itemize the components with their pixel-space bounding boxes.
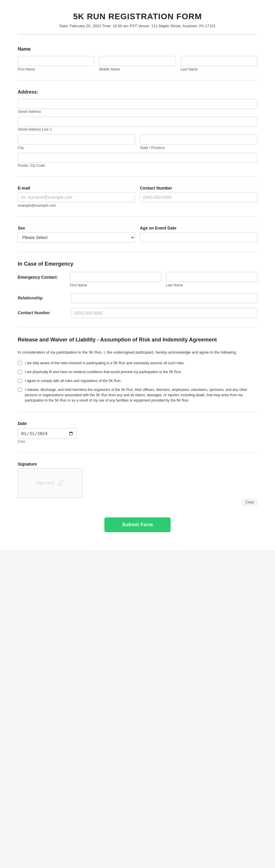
- emergency-section: In Case of Emergency Emergency Contact: …: [18, 261, 257, 318]
- name-section-title: Name: [18, 46, 257, 52]
- signature-label: Signature: [18, 462, 257, 466]
- waiver-label-4: I release, discharge, and hold harmless …: [25, 387, 257, 403]
- relationship-row: Relationship: [18, 293, 257, 303]
- date-section: Date Date: [18, 421, 257, 444]
- age-group: Age on Event Date: [140, 226, 257, 243]
- last-name-group: Last Name: [181, 56, 257, 71]
- last-name-input[interactable]: [181, 56, 257, 66]
- contact-input[interactable]: [140, 192, 257, 202]
- relationship-label: Relationship: [18, 293, 68, 300]
- waiver-item-2: I am physically fit and have no medical …: [18, 369, 257, 375]
- divider-2: [18, 177, 257, 177]
- city-state-row: City State / Province: [18, 134, 257, 150]
- date-input-wrapper: [18, 428, 77, 439]
- emergency-firstname-group: First Name: [70, 272, 161, 287]
- emergency-name-fields: First Name Last Name: [70, 272, 257, 287]
- state-input[interactable]: [140, 134, 257, 145]
- divider-7: [18, 453, 257, 453]
- relationship-input[interactable]: [71, 293, 257, 303]
- waiver-item-4: I release, discharge, and hold harmless …: [18, 387, 257, 403]
- waiver-item-1: I am fully aware of the risks involved i…: [18, 361, 257, 366]
- email-label: E-mail: [18, 186, 135, 190]
- state-group: State / Province: [140, 134, 257, 150]
- name-fields-row: First Name Middle Name Last Name: [18, 56, 257, 71]
- emergency-lastname-group: Last Name: [166, 272, 257, 287]
- street-address2-input[interactable]: [18, 117, 257, 127]
- email-input[interactable]: [18, 192, 135, 202]
- street-address2-group: Street Address Line 2: [18, 117, 257, 131]
- middle-name-label: Middle Name: [99, 67, 176, 71]
- waiver-label-1: I am fully aware of the risks involved i…: [25, 361, 185, 366]
- street-label: Street Address: [18, 110, 41, 114]
- waiver-intro: In consideration of my participation in …: [18, 349, 257, 356]
- email-contact-section: E-mail example@example.com Contact Numbe…: [18, 186, 257, 208]
- street-address-group: Street Address: [18, 99, 257, 114]
- first-name-group: First Name: [18, 56, 94, 71]
- address-section-title: Address:: [18, 89, 257, 95]
- contact-label: Contact Number: [140, 186, 257, 190]
- date-sub-label: Date: [18, 439, 25, 444]
- city-label: City: [18, 146, 135, 150]
- submit-button[interactable]: Submit Form: [104, 517, 171, 532]
- zip-label: Postal / Zip Code: [18, 163, 45, 167]
- email-group: E-mail example@example.com: [18, 186, 135, 208]
- age-input[interactable]: [140, 232, 257, 242]
- waiver-title: Release and Waiver of Liability - Assump…: [18, 336, 257, 344]
- waiver-item-3: I agree to comply with all rules and reg…: [18, 378, 257, 383]
- sex-age-section: Sex Please Select Male Female Non-binary…: [18, 226, 257, 243]
- form-header: 5K RUN REGISTRATION FORM Date: February …: [18, 12, 257, 35]
- waiver-checkbox-2[interactable]: [18, 370, 22, 374]
- form-wrapper: 5K RUN REGISTRATION FORM Date: February …: [0, 0, 275, 550]
- divider-1: [18, 80, 257, 81]
- clear-button-wrapper: Clear: [192, 499, 257, 505]
- divider-5: [18, 327, 257, 327]
- emergency-lastname-label: Last Name: [166, 283, 257, 287]
- middle-name-input[interactable]: [99, 56, 176, 66]
- emergency-contact-label: Emergency Contact:: [18, 272, 65, 280]
- waiver-label-3: I agree to comply with all rules and reg…: [25, 378, 122, 383]
- age-label: Age on Event Date: [140, 226, 257, 230]
- first-name-input[interactable]: [18, 56, 94, 66]
- pen-icon: [57, 479, 64, 487]
- sex-group: Sex Please Select Male Female Non-binary…: [18, 226, 135, 243]
- signature-canvas[interactable]: Sign Here: [18, 468, 83, 498]
- waiver-checkbox-1[interactable]: [18, 361, 22, 365]
- name-section: Name First Name Middle Name Last Name: [18, 46, 257, 71]
- signature-placeholder: Sign Here: [36, 479, 64, 487]
- relationship-field-group: [71, 293, 257, 303]
- city-group: City: [18, 134, 135, 150]
- sign-here-text: Sign Here: [36, 480, 55, 485]
- form-title: 5K RUN REGISTRATION FORM: [18, 12, 257, 21]
- emergency-firstname-input[interactable]: [70, 272, 161, 282]
- emergency-contact-number-row: Contact Number: [18, 308, 257, 318]
- zip-group: Postal / Zip Code: [18, 153, 257, 167]
- date-label: Date: [18, 421, 257, 426]
- emergency-lastname-input[interactable]: [166, 272, 257, 282]
- zip-input[interactable]: [18, 153, 257, 163]
- sex-age-row: Sex Please Select Male Female Non-binary…: [18, 226, 257, 243]
- emergency-contact-number-field: [71, 308, 257, 318]
- middle-name-group: Middle Name: [99, 56, 176, 71]
- contact-group: Contact Number: [140, 186, 257, 208]
- waiver-checkbox-3[interactable]: [18, 379, 22, 383]
- emergency-title: In Case of Emergency: [18, 261, 257, 267]
- sex-label: Sex: [18, 226, 135, 230]
- divider-4: [18, 252, 257, 252]
- form-subtitle: Date: February 20, 2023 Time: 10.00 am P…: [18, 24, 257, 28]
- email-hint: example@example.com: [18, 204, 135, 208]
- city-input[interactable]: [18, 134, 135, 145]
- email-contact-row: E-mail example@example.com Contact Numbe…: [18, 186, 257, 208]
- emergency-contact-number-input[interactable]: [71, 308, 257, 318]
- first-name-label: First Name: [18, 67, 94, 71]
- clear-button[interactable]: Clear: [242, 499, 257, 505]
- waiver-checkbox-4[interactable]: [18, 388, 22, 392]
- signature-section: Signature Sign Here Clear: [18, 462, 257, 505]
- divider-3: [18, 216, 257, 217]
- street2-label: Street Address Line 2: [18, 127, 52, 131]
- sex-select[interactable]: Please Select Male Female Non-binary Pre…: [18, 232, 135, 243]
- submit-wrapper: Submit Form: [18, 517, 257, 532]
- date-input[interactable]: [18, 428, 77, 439]
- waiver-section: Release and Waiver of Liability - Assump…: [18, 336, 257, 403]
- street-address-input[interactable]: [18, 99, 257, 109]
- waiver-label-2: I am physically fit and have no medical …: [25, 369, 182, 375]
